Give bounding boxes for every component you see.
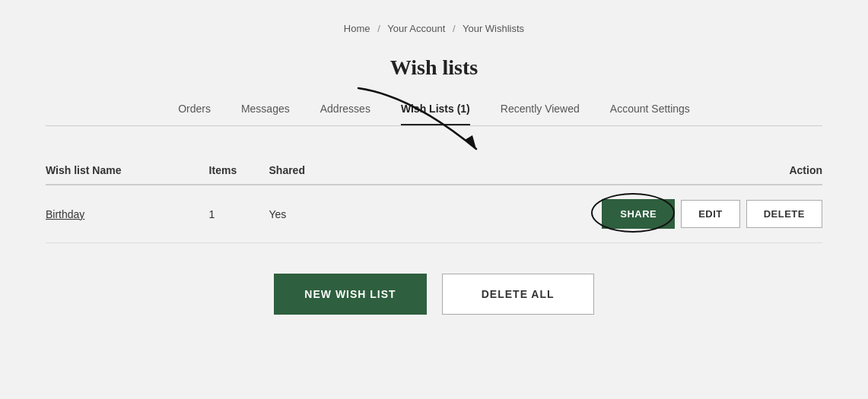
page-title: Wish lists [46, 55, 822, 80]
tab-wishlists[interactable]: Wish Lists (1) [401, 103, 470, 125]
bottom-actions: NEW WISH LIST DELETE ALL [46, 274, 822, 315]
row-name: Birthday [46, 185, 209, 243]
share-wrapper: SHARE [602, 199, 678, 229]
col-header-name: Wish list Name [46, 157, 209, 185]
svg-marker-0 [465, 135, 476, 149]
delete-button[interactable]: DELETE [746, 200, 822, 228]
share-button[interactable]: SHARE [602, 199, 675, 229]
delete-all-button[interactable]: DELETE ALL [442, 274, 594, 315]
tab-recently-viewed[interactable]: Recently Viewed [501, 103, 580, 125]
breadcrumb: Home / Your Account / Your Wishlists [46, 23, 822, 34]
wish-list-table: Wish list Name Items Shared Action Birth… [46, 157, 822, 243]
row-items: 1 [209, 185, 269, 243]
tab-addresses[interactable]: Addresses [320, 103, 370, 125]
tabs-nav: Orders Messages Addresses Wish Lists (1)… [46, 103, 822, 126]
tab-orders[interactable]: Orders [178, 103, 211, 125]
tab-messages[interactable]: Messages [241, 103, 290, 125]
row-actions: SHARE EDIT DELETE [347, 185, 822, 243]
breadcrumb-current: Your Wishlists [463, 23, 524, 34]
breadcrumb-home[interactable]: Home [344, 23, 370, 34]
breadcrumb-sep-1: / [377, 23, 380, 34]
row-shared: Yes [269, 185, 347, 243]
edit-button[interactable]: EDIT [681, 200, 740, 228]
wish-list-link[interactable]: Birthday [46, 208, 84, 220]
breadcrumb-account[interactable]: Your Account [387, 23, 445, 34]
breadcrumb-sep-2: / [453, 23, 456, 34]
tab-account-settings[interactable]: Account Settings [610, 103, 690, 125]
col-header-shared: Shared [269, 157, 347, 185]
table-row: Birthday 1 Yes SHARE EDIT DELETE [46, 185, 822, 243]
new-wishlist-button[interactable]: NEW WISH LIST [274, 274, 426, 315]
col-header-action: Action [347, 157, 822, 185]
col-header-items: Items [209, 157, 269, 185]
